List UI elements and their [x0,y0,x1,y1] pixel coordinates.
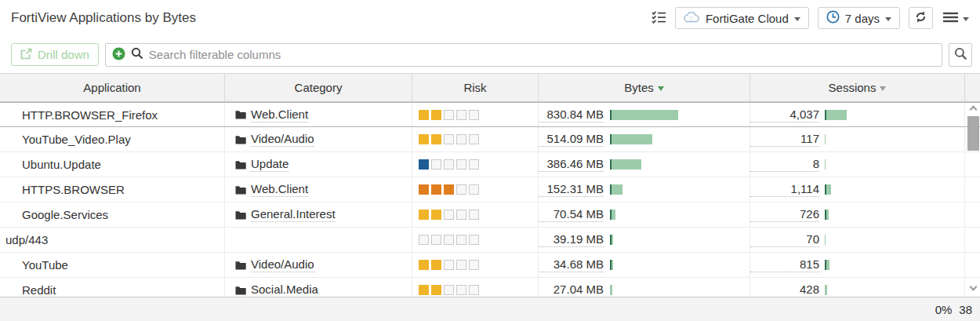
sessions-bar [825,110,847,120]
bytes-value[interactable]: 39.19 MB [539,232,604,247]
menu-dropdown[interactable] [942,7,971,29]
category-value[interactable]: General.Interest [251,207,336,222]
sessions-value[interactable]: 1,114 [750,182,819,197]
sessions-value[interactable]: 815 [750,257,819,272]
footer-percent: 0% [935,303,953,316]
category-value[interactable]: Video/Audio [251,132,314,147]
risk-indicator [419,159,481,170]
table-row[interactable]: Ubuntu.Update Update 386.46 MB 8 [0,152,980,177]
table-header-row: Application Category Risk Bytes Sessions [0,73,980,102]
title-bar: FortiView Applications by Bytes [0,0,980,36]
bytes-bar [610,260,613,270]
sessions-value[interactable]: 70 [750,232,819,247]
fortiview-table: Application Category Risk Bytes Sessions… [0,73,980,297]
sessions-bar [825,134,826,144]
search-icon [131,47,143,62]
bytes-bar [610,159,641,170]
table-body: HTTP.BROWSER_Firefox Web.Client 830.84 M… [0,102,980,297]
application-name[interactable]: HTTP.BROWSER_Firefox [22,108,158,122]
table-row[interactable]: HTTPS.BROWSER Web.Client 152.31 MB 1,114 [0,177,980,202]
sessions-bar [825,184,831,195]
sessions-value[interactable]: 428 [750,283,819,297]
bytes-value[interactable]: 152.31 MB [539,182,604,197]
search-filter-bar[interactable] [105,43,942,67]
bytes-bar [610,210,615,220]
risk-indicator [419,260,481,270]
time-range-dropdown[interactable]: 7 days [818,7,900,29]
device-selector-dropdown[interactable]: FortiGate Cloud [675,7,809,29]
table-row[interactable]: YouTube_Video.Play Video/Audio 514.09 MB… [0,127,980,152]
cloud-icon [684,12,700,25]
application-name[interactable]: udp/443 [5,233,48,246]
search-icon [954,47,967,63]
column-header-risk[interactable]: Risk [412,74,539,101]
status-bar: 0% 38 [0,297,980,321]
risk-indicator [419,235,481,245]
refresh-icon [914,10,927,26]
category-value[interactable]: Web.Client [251,182,308,197]
bytes-value[interactable]: 27.04 MB [539,283,604,297]
category-value[interactable]: Web.Client [251,108,308,122]
table-row[interactable]: HTTP.BROWSER_Firefox Web.Client 830.84 M… [0,102,980,127]
folder-icon [235,185,246,195]
sort-desc-icon [658,86,664,91]
folder-icon [235,160,246,170]
sessions-bar [825,159,826,170]
add-filter-icon[interactable] [112,47,125,63]
risk-indicator [419,134,481,144]
column-header-bytes[interactable]: Bytes [539,74,750,101]
sort-desc-icon [880,86,886,91]
application-name[interactable]: YouTube_Video.Play [22,133,131,146]
sessions-bar [825,210,829,220]
bytes-bar [610,235,613,245]
folder-icon [235,261,246,270]
bytes-value[interactable]: 514.09 MB [539,132,604,147]
scrollbar-thumb[interactable] [967,116,979,151]
sessions-value[interactable]: 8 [750,157,819,172]
bytes-bar [610,285,612,295]
table-row[interactable]: udp/443 39.19 MB 70 [0,228,980,253]
refresh-button[interactable] [909,7,933,29]
bytes-value[interactable]: 386.46 MB [539,157,604,172]
bytes-value[interactable]: 830.84 MB [539,108,604,122]
device-selector-label: FortiGate Cloud [706,12,789,25]
risk-indicator [419,110,481,120]
search-input[interactable] [149,48,935,61]
category-value[interactable]: Update [251,157,289,172]
drill-down-button[interactable]: Drill down [11,43,99,66]
table-row[interactable]: Reddit Social.Media 27.04 MB 428 [0,278,980,297]
table-row[interactable]: Google.Services General.Interest 70.54 M… [0,202,980,228]
bytes-value[interactable]: 70.54 MB [539,207,604,222]
vertical-scrollbar[interactable] [966,102,980,297]
column-header-application[interactable]: Application [0,74,225,101]
table-row[interactable]: YouTube Video/Audio 34.68 MB 815 [0,253,980,278]
application-name[interactable]: Google.Services [22,208,108,221]
checklist-icon [652,10,666,26]
sessions-value[interactable]: 117 [750,132,819,147]
chevron-down-icon [963,17,969,21]
drill-down-label: Drill down [38,48,89,61]
sessions-value[interactable]: 4,037 [750,108,819,122]
application-name[interactable]: HTTPS.BROWSER [22,183,125,196]
column-header-sessions[interactable]: Sessions [750,74,965,101]
category-value[interactable]: Video/Audio [251,257,314,272]
scroll-down-icon[interactable] [969,283,977,291]
category-value[interactable]: Social.Media [251,283,318,297]
column-header-category[interactable]: Category [225,74,412,101]
scroll-up-icon[interactable] [969,106,977,114]
chevron-down-icon [794,17,800,21]
bytes-value[interactable]: 34.68 MB [539,257,604,272]
folder-icon [235,210,246,220]
risk-indicator [419,285,481,295]
search-submit-button[interactable] [949,43,972,67]
column-settings-button[interactable] [652,10,666,26]
drill-down-icon [20,48,32,62]
application-name[interactable]: YouTube [22,258,68,272]
clock-icon [826,10,840,26]
risk-indicator [419,184,481,195]
application-name[interactable]: Reddit [22,283,56,297]
folder-icon [235,135,246,144]
sessions-value[interactable]: 726 [750,207,819,222]
bytes-bar [610,134,652,144]
application-name[interactable]: Ubuntu.Update [22,158,101,171]
